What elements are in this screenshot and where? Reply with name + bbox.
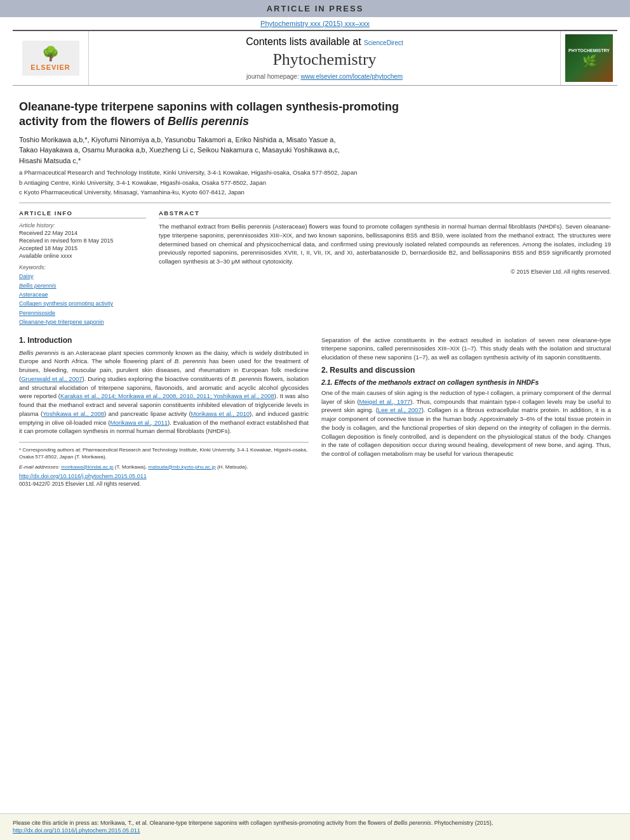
b-perennis-abbrev2: B. perennis xyxy=(231,375,262,382)
aip-banner-text: ARTICLE IN PRESS xyxy=(267,4,364,13)
article-info-row: ARTICLE INFO Article history: Received 2… xyxy=(19,210,611,326)
affil-a: a Pharmaceutical Research and Technology… xyxy=(19,168,611,177)
abstract-header: ABSTRACT xyxy=(159,210,611,218)
keywords-label: Keywords: xyxy=(19,264,146,270)
article-history-label: Article history: xyxy=(19,222,146,229)
keyword-bellis[interactable]: Bellis perennis xyxy=(19,281,146,290)
aip-banner: ARTICLE IN PRESS xyxy=(0,0,630,17)
footnotes-col: * Corresponding authors at: Pharmaceutic… xyxy=(19,442,309,470)
ref-meigel[interactable]: Meigel et al., 1977 xyxy=(359,398,411,405)
ref-karakas[interactable]: Karakas et al., 2014; Morikawa et al., 2… xyxy=(60,392,274,399)
authors: Toshio Morikawa a,b,*, Kiyofumi Ninomiya… xyxy=(19,135,611,166)
ref-morikawa2010[interactable]: Morikawa et al., 2010 xyxy=(191,410,250,417)
journal-homepage-label: journal homepage: xyxy=(246,73,299,80)
received-date: Received 22 May 2014 xyxy=(19,230,146,236)
article-title-italic: Bellis perennis xyxy=(168,115,249,128)
journal-homepage: journal homepage: www.elsevier.com/locat… xyxy=(246,73,403,80)
keywords-section: Keywords: Daisy Bellis perennis Asterace… xyxy=(19,264,146,326)
authors-line2: Takao Hayakawa a, Osamu Muraoka a,b, Xue… xyxy=(19,146,340,154)
bellis-italic-1: Bellis perennis xyxy=(19,349,58,356)
ref-yoshikawa[interactable]: Yoshikawa et al., 2008 xyxy=(43,410,104,417)
abstract-copyright: © 2015 Elsevier Ltd. All rights reserved… xyxy=(159,269,611,275)
phytochem-logo-title: PHYTOCHEMISTRY xyxy=(568,48,610,53)
footnote-email: E-mail addresses: morikawa@kindai.ac.jp … xyxy=(19,463,309,470)
elsevier-text: ELSEVIER xyxy=(30,63,70,71)
left-col: 1. Introduction Bellis perennis is an As… xyxy=(19,336,309,487)
and-text: and xyxy=(565,441,575,448)
sciencedirect-link[interactable]: ScienceDirect xyxy=(364,39,403,46)
citation-journal-end: . Phytochemistry (2015), xyxy=(431,820,493,826)
affiliations: a Pharmaceutical Research and Technology… xyxy=(19,168,611,196)
article-title-part1: Oleanane-type triterpene saponins with c… xyxy=(19,100,399,113)
affil-b: b Antiaging Centre, Kinki University, 3-… xyxy=(19,178,611,187)
issn-text: 0031-9422/© 2015 Elsevier Ltd. All right… xyxy=(19,481,309,487)
citation-label: Please cite this article in press as: Mo… xyxy=(13,820,392,826)
ref-gruenwald[interactable]: Gruenwald et al., 2007 xyxy=(21,375,82,382)
doi-url[interactable]: http://dx.doi.org/10.1016/j.phytochem.20… xyxy=(19,473,309,479)
intro-text1: Bellis perennis is an Asteraceae plant s… xyxy=(19,349,309,436)
keyword-collagen[interactable]: Collagen synthesis promoting activity xyxy=(19,299,146,308)
article-info-col: ARTICLE INFO Article history: Received 2… xyxy=(19,210,146,326)
right-col-text1: Separation of the active constituents in… xyxy=(321,337,611,361)
results-heading: 2. Results and discussion xyxy=(321,366,611,375)
main-columns: 1. Introduction Bellis perennis is an As… xyxy=(19,336,611,487)
phytochem-logo: PHYTOCHEMISTRY 🌿 xyxy=(565,34,613,82)
affil-c: c Kyoto Pharmaceutical University, Misas… xyxy=(19,188,611,196)
journal-contents-line: Contents lists available at ScienceDirec… xyxy=(246,36,403,48)
page: ARTICLE IN PRESS Phytochemistry xxx (201… xyxy=(0,0,630,840)
results-subheading: 2.1. Effects of the methanols extract on… xyxy=(321,378,611,386)
citation-bar: Please cite this article in press as: Mo… xyxy=(0,813,630,840)
citation-journal-italic: Bellis perennis xyxy=(394,820,431,826)
elsevier-tree-icon: 🌳 xyxy=(42,46,59,62)
journal-header: 🌳 ELSEVIER Contents lists available at S… xyxy=(13,30,617,86)
right-col: Separation of the active constituents in… xyxy=(321,336,611,487)
journal-ref-text: Phytochemistry xxx (2015) xxx–xxx xyxy=(260,20,370,27)
abstract-body: The methanol extract from Bellis perenni… xyxy=(159,223,611,265)
article-info-header: ARTICLE INFO xyxy=(19,210,146,218)
authors-line1: Toshio Morikawa a,b,*, Kiyofumi Ninomiya… xyxy=(19,136,336,143)
phytochem-logo-area: PHYTOCHEMISTRY 🌿 xyxy=(560,31,617,85)
email-morikawa[interactable]: morikawa@kindai.ac.jp xyxy=(61,464,113,470)
keyword-perennisoside[interactable]: Perennisoside xyxy=(19,309,146,317)
b-perennis-abbrev: B. perennis xyxy=(175,357,206,364)
keyword-daisy[interactable]: Daisy xyxy=(19,272,146,281)
authors-line3: Hisashi Matsuda c,* xyxy=(19,157,81,164)
journal-homepage-url[interactable]: www.elsevier.com/locate/phytochem xyxy=(301,73,403,80)
article-divider xyxy=(19,203,611,203)
right-intro-text: Separation of the active constituents in… xyxy=(321,336,611,362)
journal-contents-label: Contents lists available at xyxy=(246,36,361,47)
keyword-oleanane[interactable]: Oleanane-type triterpene saponin xyxy=(19,317,146,326)
phytochem-logo-image: 🌿 xyxy=(582,54,596,68)
keyword-asteraceae[interactable]: Asteraceae xyxy=(19,290,146,299)
journal-name: Phytochemistry xyxy=(272,50,376,69)
article-title-part2: activity from the flowers of xyxy=(19,115,168,128)
footnote-1: * Corresponding authors at: Pharmaceutic… xyxy=(19,446,309,460)
intro-heading: 1. Introduction xyxy=(19,336,309,345)
abstract-text: The methanol extract from Bellis perenni… xyxy=(159,222,611,266)
results-text1: One of the main causes of skin aging is … xyxy=(321,389,611,458)
ref-morikawa2011[interactable]: Morikawa et al., 2011 xyxy=(111,419,168,426)
article-title: Oleanane-type triterpene saponins with c… xyxy=(19,100,611,130)
available-date: Available online xxxx xyxy=(19,253,146,259)
elsevier-logo: 🌳 ELSEVIER xyxy=(22,41,79,76)
revised-date: Received in revised form 8 May 2015 xyxy=(19,237,146,244)
elsevier-logo-area: 🌳 ELSEVIER xyxy=(13,31,89,85)
accepted-date: Accepted 18 May 2015 xyxy=(19,245,146,251)
article-body: Oleanane-type triterpene saponins with c… xyxy=(0,86,630,808)
ref-lee[interactable]: Lee et al., 2007 xyxy=(378,406,422,413)
email-matsuda[interactable]: matsuda@mb.kyoto-phu.ac.jp xyxy=(148,464,215,470)
journal-ref-bar: Phytochemistry xxx (2015) xxx–xxx xyxy=(0,17,630,30)
abstract-col: ABSTRACT The methanol extract from Belli… xyxy=(159,210,611,326)
journal-center: Contents lists available at ScienceDirec… xyxy=(89,31,560,85)
citation-doi-link[interactable]: http://dx.doi.org/10.1016/j.phytochem.20… xyxy=(13,827,140,834)
